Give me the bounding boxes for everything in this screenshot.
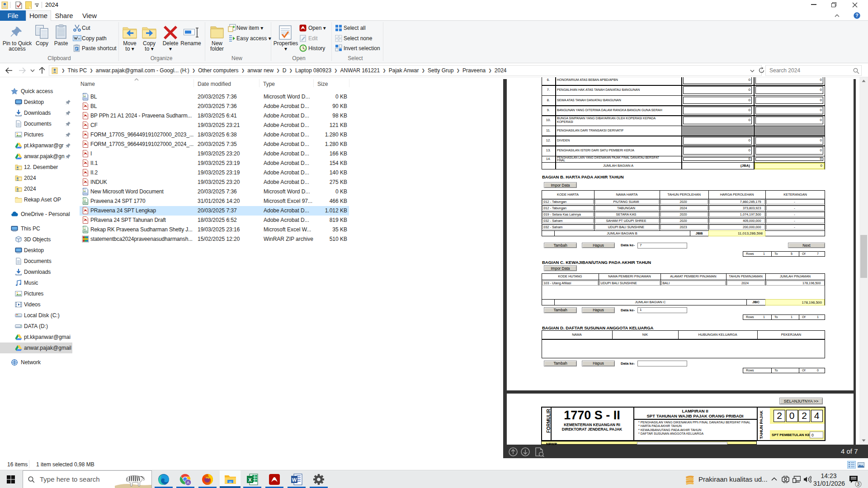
svg-text:A: A — [187, 480, 190, 485]
svg-text:X: X — [248, 477, 252, 483]
svg-text:3: 3 — [857, 482, 860, 487]
svg-text:?: ? — [855, 13, 858, 18]
svg-text:W: W — [292, 477, 297, 483]
